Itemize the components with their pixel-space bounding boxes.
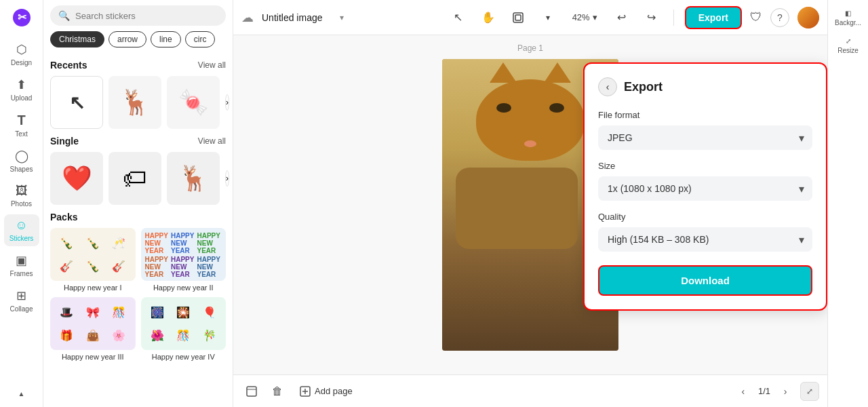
expand-view-button[interactable]: ⤢	[800, 382, 819, 401]
canvas-area: Page 1 ‹ Exp	[233, 35, 827, 374]
design-icon: ⬡	[16, 42, 27, 57]
single-sticker-3[interactable]: 🦌	[167, 152, 220, 205]
side-panel: 🔍 Christmas arrow line circ Recents View…	[43, 0, 233, 407]
file-format-field: File format JPEG PNG PDF SVG GIF MP4	[598, 110, 812, 150]
upload-label: Upload	[11, 94, 33, 102]
tag-arrow[interactable]: arrow	[108, 31, 146, 47]
sidebar-item-shapes[interactable]: ◯ Shapes	[4, 144, 39, 177]
sidebar-item-photos[interactable]: 🖼 Photos	[4, 180, 39, 212]
sidebar-item-collage[interactable]: ⊞ Collage	[4, 284, 39, 317]
page-info: 1/1	[758, 386, 770, 396]
pack-item-3[interactable]: 🎩 🎀 🎊 🎁 👜 🌸 Happy new year III	[50, 297, 136, 361]
search-icon: 🔍	[58, 10, 70, 21]
svg-rect-3	[515, 15, 521, 20]
cloud-icon: ☁	[241, 10, 254, 25]
tags-row: Christmas arrow line circ	[43, 31, 233, 53]
hand-tool-button[interactable]: ✋	[477, 7, 499, 28]
doc-menu-button[interactable]: ▾	[331, 7, 353, 28]
page-thumbnail-button[interactable]	[241, 381, 262, 402]
delete-page-button[interactable]: 🗑	[267, 381, 288, 402]
recent-sticker-2[interactable]: 🦌	[108, 76, 161, 129]
panel-content: Recents View all ↖ 🦌 🍬 › Single View all…	[43, 53, 233, 407]
design-label: Design	[11, 59, 32, 66]
right-panel: ◧ Backgr... ⤢ Resize	[827, 0, 868, 407]
download-button[interactable]: Download	[598, 265, 812, 296]
file-format-label: File format	[598, 110, 812, 120]
quality-label: Quality	[598, 212, 812, 222]
file-format-select[interactable]: JPEG PNG PDF SVG GIF MP4	[598, 125, 812, 150]
packs-title: Packs	[50, 212, 77, 222]
recents-view-all[interactable]: View all	[198, 60, 226, 70]
export-back-button[interactable]: ‹	[598, 77, 617, 96]
sidebar-item-design[interactable]: ⬡ Design	[4, 38, 39, 71]
singles-row: ❤️ 🏷 🦌 ›	[50, 152, 226, 205]
size-select[interactable]: 0.5x (540 x 540 px) 1x (1080 x 1080 px) …	[598, 176, 812, 201]
recents-next-arrow[interactable]: ›	[225, 94, 229, 111]
recents-title: Recents	[50, 60, 87, 71]
quality-select-wrapper[interactable]: Low Medium High (154 KB – 308 KB)	[598, 227, 812, 252]
left-toolbar: ✂ ⬡ Design ⬆ Upload T Text ◯ Shapes 🖼 Ph…	[0, 0, 43, 407]
tag-christmas[interactable]: Christmas	[50, 31, 104, 47]
packs-header: Packs	[50, 212, 226, 222]
zoom-button[interactable]: 42% ▾	[567, 9, 603, 25]
zoom-value: 42%	[572, 12, 590, 22]
text-label: Text	[15, 130, 27, 138]
packs-row-2: 🎩 🎀 🎊 🎁 👜 🌸 Happy new year III 🎆 🎇 🎈 🌺 🎊	[50, 297, 226, 361]
quality-select[interactable]: Low Medium High (154 KB – 308 KB)	[598, 227, 812, 252]
tag-line[interactable]: line	[151, 31, 181, 47]
sidebar-item-frames[interactable]: ▣ Frames	[4, 249, 39, 282]
recent-sticker-3[interactable]: 🍬	[167, 76, 220, 129]
pack-item-2[interactable]: HAPPY NEW YEAR HAPPY NEW YEAR HAPPY NEW …	[141, 228, 226, 292]
sidebar-item-upload[interactable]: ⬆ Upload	[4, 73, 39, 106]
background-button[interactable]: ◧ Backgr...	[831, 5, 866, 31]
single-sticker-2[interactable]: 🏷	[108, 152, 161, 205]
size-label: Size	[598, 161, 812, 171]
search-input[interactable]	[75, 11, 218, 21]
frame-tool-button[interactable]	[507, 7, 529, 28]
resize-button[interactable]: ⤢ Resize	[831, 33, 866, 58]
user-avatar[interactable]	[797, 7, 819, 28]
file-format-select-wrapper[interactable]: JPEG PNG PDF SVG GIF MP4	[598, 125, 812, 150]
app-logo[interactable]: ✂	[9, 5, 34, 30]
sidebar-item-stickers[interactable]: ☺ Stickers	[4, 214, 39, 246]
single-sticker-1[interactable]: ❤️	[50, 152, 103, 205]
singles-next-arrow[interactable]: ›	[225, 170, 229, 187]
top-bar: ☁ Untitled image ▾ ↖ ✋ ▾ 42% ▾ ↩ ↪ Expor…	[233, 0, 827, 35]
shapes-label: Shapes	[10, 166, 33, 173]
singles-view-all[interactable]: View all	[198, 136, 226, 146]
page-label: Page 1	[517, 43, 543, 53]
resize-label: Resize	[837, 47, 859, 54]
zoom-chevron: ▾	[593, 12, 597, 22]
pack-item-4[interactable]: 🎆 🎇 🎈 🌺 🎊 🎋 Happy new year IV	[141, 297, 226, 361]
shield-icon[interactable]: 🛡	[750, 10, 762, 24]
recent-sticker-1[interactable]: ↖	[50, 76, 103, 129]
photos-label: Photos	[11, 200, 32, 208]
stickers-icon: ☺	[15, 218, 27, 233]
pack-item-1[interactable]: 🍾 🍾 🥂 🎸 🍾 🎸 Happy new year I	[50, 228, 136, 292]
search-bar[interactable]: 🔍	[50, 5, 226, 26]
collage-icon: ⊞	[16, 288, 26, 303]
background-icon: ◧	[845, 9, 851, 17]
photos-icon: 🖼	[16, 184, 28, 198]
pack-label-1: Happy new year I	[50, 284, 136, 292]
size-select-wrapper[interactable]: 0.5x (540 x 540 px) 1x (1080 x 1080 px) …	[598, 176, 812, 201]
collapse-button[interactable]: ▲	[4, 386, 39, 402]
frame-menu-button[interactable]: ▾	[537, 7, 559, 28]
text-icon: T	[17, 113, 25, 128]
stickers-label: Stickers	[9, 235, 34, 242]
main-area: ☁ Untitled image ▾ ↖ ✋ ▾ 42% ▾ ↩ ↪ Expor…	[233, 0, 827, 407]
prev-page-button[interactable]: ‹	[734, 382, 753, 401]
page-nav: ‹ 1/1 › ⤢	[734, 382, 819, 401]
select-tool-button[interactable]: ↖	[448, 7, 469, 28]
shapes-icon: ◯	[15, 149, 28, 163]
next-page-button[interactable]: ›	[776, 382, 795, 401]
singles-header: Single View all	[50, 136, 226, 147]
tag-circ[interactable]: circ	[185, 31, 216, 47]
help-icon[interactable]: ?	[770, 8, 789, 27]
sidebar-item-text[interactable]: T Text	[4, 109, 39, 142]
undo-button[interactable]: ↩	[611, 7, 633, 28]
collapse-icon: ▲	[18, 390, 25, 398]
redo-button[interactable]: ↪	[641, 7, 663, 28]
add-page-button[interactable]: Add page	[293, 382, 359, 401]
export-button[interactable]: Export	[685, 6, 742, 29]
